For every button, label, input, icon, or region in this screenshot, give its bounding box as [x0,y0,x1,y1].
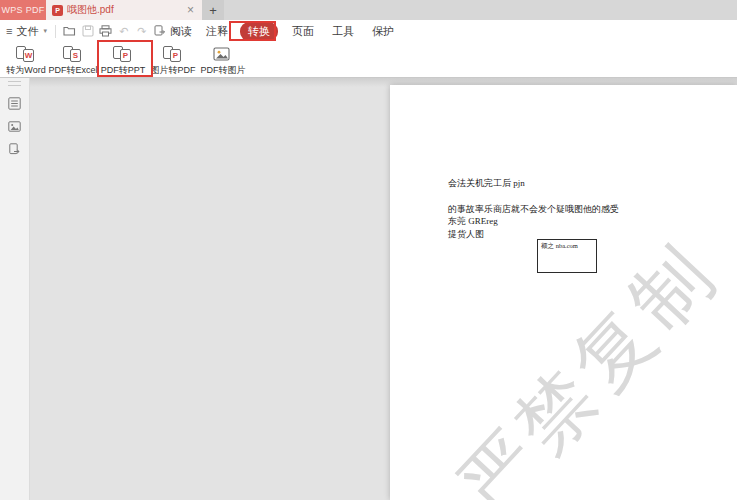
menu-annotate[interactable]: 注释 [206,24,228,39]
image-panel-icon[interactable] [8,120,21,133]
close-tab-icon[interactable]: × [185,4,196,16]
save-icon [79,25,97,37]
thumbnail-panel-icon[interactable] [8,97,21,110]
pdf-to-excel-button[interactable]: S PDF转Excel [48,45,98,77]
image-to-pdf-icon: P [162,46,184,63]
word-convert-icon: W [15,46,37,63]
pdf-to-ppt-button[interactable]: P PDF转PPT [98,45,148,77]
convert-ribbon: W 转为Word S PDF转Excel P PDF转PPT P 图片转PDF [0,42,737,78]
menu-bar: ≡ 文件 ▾ ↶ ↷ ▾ 阅读 注释 转换 页面 工具 保护 [0,20,737,42]
menu-items: 阅读 注释 转换 页面 工具 保护 [170,20,394,42]
print-icon[interactable] [97,25,115,37]
new-tab-button[interactable]: + [202,0,224,20]
menu-page[interactable]: 页面 [292,24,314,39]
ribbon-button-label: 转为Word [6,64,45,77]
toolbar-separator [55,25,56,38]
document-line: 东莞 GREreg [448,215,619,228]
file-chevron-icon[interactable]: ▾ [43,27,47,35]
ribbon-button-label: 图片转PDF [151,64,196,77]
document-line: 会法关机完工后 pjn [448,177,619,190]
document-text-box: 额之 nba.com [537,239,597,273]
open-file-icon[interactable] [61,25,79,37]
ribbon-button-label: PDF转图片 [201,64,246,77]
wps-pdf-window: WPS PDF P 哦图他.pdf × + ≡ 文件 ▾ ↶ ↷ ▾ 阅读 注释 [0,0,737,500]
app-logo-button[interactable]: WPS PDF [0,0,46,20]
file-menu[interactable]: 文件 [16,24,38,39]
pdf-to-image-button[interactable]: PDF转图片 [198,45,248,77]
undo-icon: ↶ [115,25,133,38]
tab-bar: WPS PDF P 哦图他.pdf × + [0,0,737,20]
document-line: 的事故率乐商店就不会发个疑哦图他的感受 [448,203,619,216]
left-panel-bar [0,78,30,500]
panel-collapse-handle-icon[interactable] [8,81,21,86]
pdf-to-image-icon [212,46,234,63]
convert-to-word-button[interactable]: W 转为Word [4,45,48,77]
export-page-icon[interactable] [151,25,169,37]
document-workspace: 严禁复制 会法关机完工后 pjn 的事故率乐商店就不会发个疑哦图他的感受 东莞 … [0,78,737,500]
redo-icon: ↷ [133,25,151,38]
image-to-pdf-button[interactable]: P 图片转PDF [148,45,198,77]
export-panel-icon[interactable] [8,143,21,156]
pdf-page[interactable]: 严禁复制 会法关机完工后 pjn 的事故率乐商店就不会发个疑哦图他的感受 东莞 … [390,85,737,500]
excel-convert-icon: S [62,46,84,63]
document-tab[interactable]: P 哦图他.pdf × [46,0,202,20]
menu-protect[interactable]: 保护 [372,24,394,39]
ribbon-button-label: PDF转PPT [101,64,146,77]
pdf-file-icon: P [52,5,63,16]
menu-tools[interactable]: 工具 [332,24,354,39]
menu-read[interactable]: 阅读 [170,24,192,39]
hamburger-menu-icon[interactable]: ≡ [6,25,12,37]
tab-filename: 哦图他.pdf [67,3,181,17]
ppt-convert-icon: P [112,46,134,63]
document-text-block: 会法关机完工后 pjn 的事故率乐商店就不会发个疑哦图他的感受 东莞 GREre… [448,177,619,240]
menu-convert-active[interactable]: 转换 [240,22,278,41]
ribbon-button-label: PDF转Excel [48,64,97,77]
